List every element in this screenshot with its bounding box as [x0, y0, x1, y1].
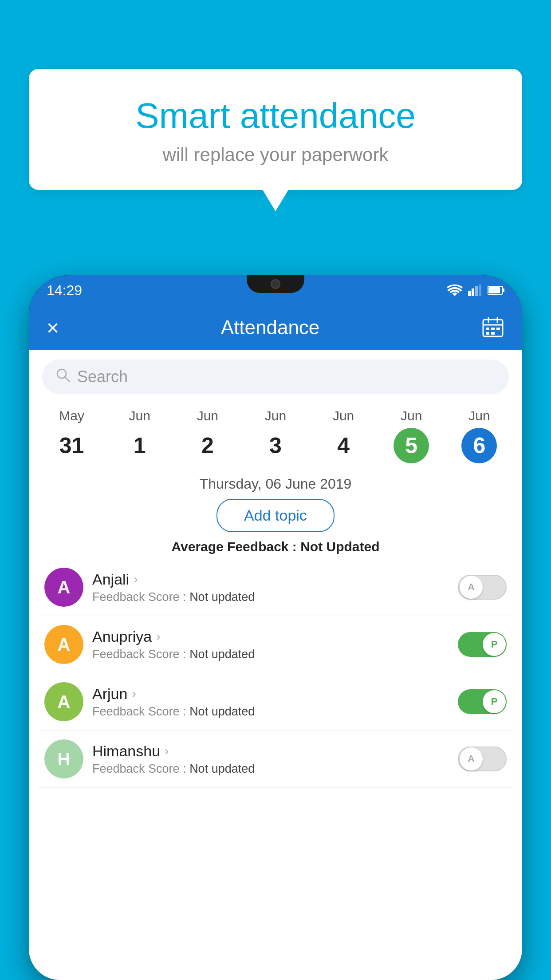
attendance-toggle[interactable]: A	[458, 747, 507, 771]
status-time: 14:29	[47, 282, 82, 299]
feedback-value: Not updated	[189, 648, 255, 661]
search-icon	[55, 368, 71, 386]
cal-month-label: May	[59, 408, 84, 423]
cal-date-label: 31	[54, 428, 90, 463]
toggle-wrap[interactable]: A	[458, 747, 507, 771]
notch	[247, 275, 304, 293]
cal-month-label: Jun	[129, 408, 150, 423]
svg-rect-1	[472, 288, 474, 296]
cal-month-label: Jun	[197, 408, 218, 423]
cal-month-label: Jun	[333, 408, 354, 423]
student-feedback: Feedback Score : Not updated	[92, 590, 449, 604]
speech-bubble: Smart attendance will replace your paper…	[29, 69, 522, 190]
avg-feedback-value: Not Updated	[300, 539, 379, 554]
svg-line-17	[65, 377, 70, 382]
student-name[interactable]: Himanshu ›	[92, 743, 449, 760]
calendar-icon[interactable]	[481, 316, 504, 339]
svg-rect-14	[486, 332, 489, 335]
toggle-knob: A	[460, 747, 483, 771]
svg-point-16	[57, 369, 66, 378]
search-input[interactable]: Search	[77, 368, 496, 386]
svg-rect-0	[468, 291, 471, 296]
svg-rect-12	[491, 328, 495, 330]
student-name[interactable]: Anupriya ›	[92, 628, 449, 645]
avatar: A	[44, 682, 83, 721]
speech-bubble-container: Smart attendance will replace your paper…	[29, 69, 522, 190]
cal-date-label: 6	[461, 428, 497, 463]
calendar-day[interactable]: Jun3	[258, 408, 293, 468]
svg-rect-2	[475, 286, 478, 296]
list-item: AAnjali ›Feedback Score : Not updatedA	[38, 559, 513, 616]
bubble-title: Smart attendance	[51, 95, 500, 136]
avatar: A	[44, 625, 83, 664]
toggle-knob: P	[483, 633, 506, 656]
toggle-wrap[interactable]: P	[458, 632, 507, 657]
svg-rect-15	[491, 332, 495, 335]
chevron-icon: ›	[165, 744, 169, 758]
cal-month-label: Jun	[265, 408, 286, 423]
student-feedback: Feedback Score : Not updated	[92, 762, 449, 776]
chevron-icon: ›	[132, 687, 136, 701]
calendar-day[interactable]: May31	[54, 408, 90, 468]
battery-icon	[488, 285, 504, 295]
student-feedback: Feedback Score : Not updated	[92, 648, 449, 661]
calendar-day[interactable]: Jun1	[122, 408, 157, 468]
student-name[interactable]: Arjun ›	[92, 685, 449, 703]
svg-rect-6	[488, 287, 500, 293]
status-bar: 14:29	[29, 275, 522, 305]
cal-date-label: 1	[122, 428, 157, 463]
toggle-knob: P	[483, 690, 506, 713]
list-item: AArjun ›Feedback Score : Not updatedP	[38, 673, 513, 731]
svg-rect-3	[479, 285, 481, 296]
attendance-toggle[interactable]: P	[458, 632, 507, 657]
cal-date-label: 3	[258, 428, 293, 463]
student-info: Himanshu ›Feedback Score : Not updated	[92, 743, 449, 776]
toggle-wrap[interactable]: A	[458, 575, 507, 600]
list-item: AAnupriya ›Feedback Score : Not updatedP	[38, 616, 513, 673]
chevron-icon: ›	[134, 572, 138, 586]
student-feedback: Feedback Score : Not updated	[92, 705, 449, 719]
attendance-toggle[interactable]: P	[458, 689, 507, 714]
calendar-day[interactable]: Jun5	[394, 408, 429, 468]
add-topic-button[interactable]: Add topic	[216, 499, 335, 532]
student-name[interactable]: Anjali ›	[92, 571, 449, 588]
notch-camera	[271, 279, 280, 289]
selected-date-display: Thursday, 06 June 2019	[29, 476, 522, 492]
chevron-icon: ›	[156, 629, 160, 644]
feedback-value: Not updated	[189, 762, 255, 775]
svg-rect-5	[503, 288, 504, 292]
app-header: × Attendance	[29, 305, 522, 350]
student-info: Arjun ›Feedback Score : Not updated	[92, 685, 449, 719]
close-button[interactable]: ×	[47, 316, 59, 340]
phone-frame: 14:29 × Attendance	[29, 275, 522, 980]
avatar: A	[44, 568, 83, 607]
signal-icon	[468, 285, 482, 296]
attendance-toggle[interactable]: A	[458, 575, 507, 600]
cal-date-label: 2	[190, 428, 225, 463]
calendar-strip: May31Jun1Jun2Jun3Jun4Jun5Jun6	[29, 404, 522, 468]
calendar-day[interactable]: Jun2	[190, 408, 225, 468]
search-bar[interactable]: Search	[42, 360, 509, 394]
toggle-wrap[interactable]: P	[458, 689, 507, 714]
svg-rect-11	[486, 328, 489, 330]
student-info: Anjali ›Feedback Score : Not updated	[92, 571, 449, 604]
calendar-day[interactable]: Jun4	[326, 408, 361, 468]
student-list: AAnjali ›Feedback Score : Not updatedAAA…	[29, 559, 522, 788]
average-feedback: Average Feedback : Not Updated	[29, 539, 522, 554]
wifi-icon	[447, 285, 463, 296]
avg-feedback-label: Average Feedback :	[171, 539, 300, 554]
app-title: Attendance	[221, 316, 320, 339]
cal-date-label: 5	[394, 428, 429, 463]
svg-rect-13	[496, 328, 500, 330]
list-item: HHimanshu ›Feedback Score : Not updatedA	[38, 731, 513, 788]
toggle-knob: A	[460, 576, 483, 599]
student-info: Anupriya ›Feedback Score : Not updated	[92, 628, 449, 661]
avatar: H	[44, 739, 83, 778]
feedback-value: Not updated	[189, 590, 255, 604]
bubble-subtitle: will replace your paperwork	[51, 144, 500, 166]
feedback-value: Not updated	[189, 705, 255, 718]
cal-month-label: Jun	[401, 408, 422, 423]
cal-month-label: Jun	[468, 408, 490, 423]
calendar-day[interactable]: Jun6	[461, 408, 497, 468]
app-content: Search May31Jun1Jun2Jun3Jun4Jun5Jun6 Thu…	[29, 350, 522, 980]
